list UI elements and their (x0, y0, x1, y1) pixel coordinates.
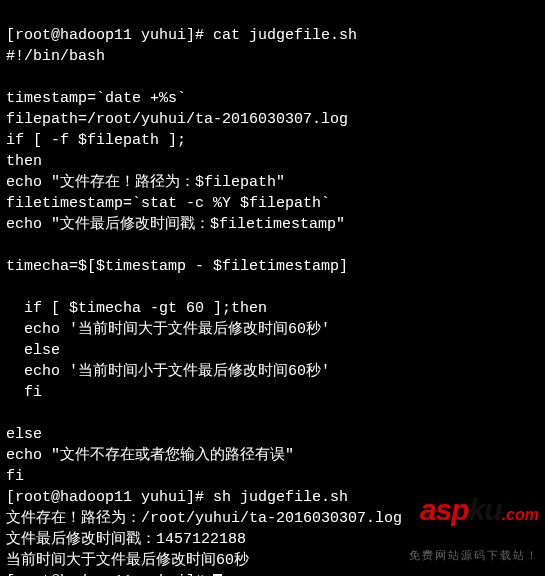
terminal-line: echo '当前时间大于文件最后修改时间60秒' (6, 321, 330, 338)
terminal-line: timestamp=`date +%s` (6, 90, 186, 107)
terminal-line: 文件存在！路径为：/root/yuhui/ta-2016030307.log (6, 510, 402, 527)
terminal-line: echo "文件不存在或者您输入的路径有误" (6, 447, 294, 464)
terminal-line: 当前时间大于文件最后修改时间60秒 (6, 552, 249, 569)
watermark-ku: ku (469, 493, 502, 526)
watermark-com: .com (502, 506, 539, 523)
terminal-line: [root@hadoop11 yuhui]# cat judgefile.sh (6, 27, 357, 44)
watermark-tagline: 免费网站源码下载站！ (403, 548, 539, 563)
terminal-line: 文件最后修改时间戳：1457122188 (6, 531, 246, 548)
watermark-asp: asp (420, 493, 469, 526)
terminal-line: echo '当前时间小于文件最后修改时间60秒' (6, 363, 330, 380)
terminal-line: #!/bin/bash (6, 48, 105, 65)
terminal-line: fi (6, 468, 24, 485)
terminal-line: filetimestamp=`stat -c %Y $filepath` (6, 195, 330, 212)
terminal-line: timecha=$[$timestamp - $filetimestamp] (6, 258, 348, 275)
terminal-line: then (6, 153, 42, 170)
terminal-line: filepath=/root/yuhui/ta-2016030307.log (6, 111, 348, 128)
terminal-line: if [ $timecha -gt 60 ];then (6, 300, 267, 317)
terminal-line: [root@hadoop11 yuhui]# sh judgefile.sh (6, 489, 348, 506)
terminal-window[interactable]: [root@hadoop11 yuhui]# cat judgefile.sh … (0, 0, 545, 576)
terminal-line: if [ -f $filepath ]; (6, 132, 186, 149)
terminal-line: echo "文件存在！路径为：$filepath" (6, 174, 285, 191)
terminal-line: echo "文件最后修改时间戳：$filetimestamp" (6, 216, 345, 233)
terminal-line: else (6, 426, 42, 443)
watermark: aspku.com 免费网站源码下载站！ (403, 468, 539, 576)
terminal-line: fi (6, 384, 42, 401)
terminal-line: else (6, 342, 60, 359)
